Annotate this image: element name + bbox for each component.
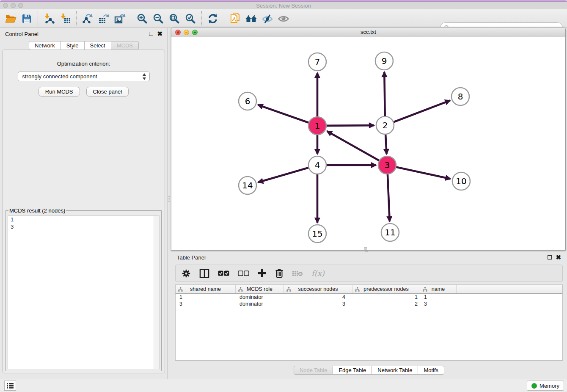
network-view-window: ✕ − + scc.txt 7968124314101511 <box>171 27 566 251</box>
graph-node-label-8: 8 <box>458 91 463 102</box>
tab-node-table[interactable]: Node Table <box>294 366 333 375</box>
tab-style[interactable]: Style <box>61 41 85 50</box>
node-table: shared nameMCDS rolesuccessor nodesprede… <box>175 284 563 361</box>
zoom-in-button[interactable] <box>134 11 150 27</box>
duplicate-network-button[interactable] <box>227 11 243 27</box>
zoom-out-button[interactable] <box>150 11 166 27</box>
zoom-out-icon <box>153 13 164 24</box>
float-panel-icon[interactable] <box>149 32 153 36</box>
graph-node-label-15: 15 <box>312 229 322 239</box>
status-bar: Memory <box>0 379 567 392</box>
titlebar: Session: New Session <box>0 2 567 9</box>
graph-node-label-7: 7 <box>315 57 320 67</box>
tab-edge-table[interactable]: Edge Table <box>333 366 372 375</box>
close-panel-button[interactable]: Close panel <box>86 87 129 97</box>
table-row[interactable]: 1dominator411 <box>176 294 562 301</box>
mcds-result-fieldset: MCDS result (2 nodes) 13 <box>6 207 162 371</box>
mcds-panel: Optimization criterion: strongly connect… <box>2 50 165 373</box>
column-header-shared-name[interactable]: shared name <box>176 285 236 293</box>
optimization-criterion-select[interactable]: strongly connected component <box>18 72 150 81</box>
tab-select[interactable]: Select <box>84 41 111 50</box>
network-canvas[interactable]: 7968124314101511 <box>171 37 565 250</box>
graph-edge-3-10[interactable] <box>387 165 451 179</box>
save-session-button[interactable] <box>19 11 35 27</box>
zoom-in-icon <box>137 13 148 24</box>
hide-columns-button[interactable] <box>238 271 249 276</box>
memory-label: Memory <box>539 383 559 389</box>
add-column-button[interactable] <box>258 269 267 278</box>
network-window-titlebar[interactable]: ✕ − + scc.txt <box>171 28 565 37</box>
save-icon <box>22 14 32 24</box>
toolbar-separator <box>131 11 131 26</box>
open-session-button[interactable] <box>3 11 19 27</box>
table-tabs: Node Table Edge Table Network Table Moti… <box>171 366 567 375</box>
tab-motifs[interactable]: Motifs <box>418 366 444 375</box>
import-network-button[interactable] <box>41 11 57 27</box>
graph-node-label-10: 10 <box>456 176 466 186</box>
table-cell[interactable]: 1 <box>352 294 420 301</box>
column-layout-icon <box>199 269 209 278</box>
graph-edge-2-8[interactable] <box>385 100 450 125</box>
network-graph[interactable]: 7968124314101511 <box>171 37 565 250</box>
result-scrollbar[interactable] <box>154 216 159 369</box>
export-table-icon <box>98 13 110 24</box>
table-cell[interactable]: 2 <box>352 301 420 307</box>
table-options-button[interactable] <box>182 269 191 278</box>
delete-column-button[interactable] <box>275 268 284 278</box>
mcds-result-body[interactable]: 13 <box>8 215 160 369</box>
run-mcds-button[interactable]: Run MCDS <box>39 87 80 97</box>
table-cell[interactable]: 4 <box>284 294 352 301</box>
canvas-scroll-nub[interactable] <box>364 247 367 250</box>
tab-mcds[interactable]: MCDS <box>111 41 139 50</box>
table-cell[interactable]: 3 <box>176 301 236 307</box>
table-cell[interactable]: 1 <box>420 294 457 301</box>
vertical-splitter-grip[interactable] <box>168 196 170 203</box>
close-table-panel-icon[interactable]: ✖ <box>556 255 561 259</box>
graph-edge-3-1[interactable] <box>327 131 387 165</box>
column-header-successor-nodes[interactable]: successor nodes <box>284 285 352 293</box>
graph-edge-1-6[interactable] <box>258 105 317 126</box>
hide-selected-button[interactable] <box>259 11 275 27</box>
column-header-MCDS-role[interactable]: MCDS role <box>236 285 284 293</box>
table-cell[interactable]: 1 <box>176 294 236 301</box>
table-row[interactable]: 3dominator323 <box>176 301 562 307</box>
function-builder-button[interactable]: f(x) <box>311 269 325 278</box>
zoom-selected-button[interactable] <box>182 11 198 27</box>
export-table-button[interactable] <box>96 11 112 27</box>
zoom-fit-button[interactable] <box>166 11 182 27</box>
memory-status-icon <box>531 383 537 389</box>
table-cell[interactable]: dominator <box>236 294 284 301</box>
table-cell[interactable]: 3 <box>420 301 457 307</box>
dropdown-selected-value: strongly connected component <box>22 73 97 80</box>
float-table-panel-icon[interactable] <box>548 255 552 259</box>
table-cell[interactable]: 3 <box>284 301 352 307</box>
memory-button[interactable]: Memory <box>527 381 564 391</box>
control-panel-title: Control Panel <box>5 31 39 37</box>
import-table-button[interactable] <box>57 11 73 27</box>
column-layout-button[interactable] <box>199 269 209 278</box>
zoom-selected-icon <box>185 13 196 24</box>
eye-icon <box>278 14 289 24</box>
main-toolbar <box>0 9 567 28</box>
home-layout-button[interactable] <box>243 11 259 27</box>
export-network-button[interactable] <box>80 11 96 27</box>
control-panel: Control Panel ✖ Network Style Select MCD… <box>0 28 168 379</box>
column-header-predecessor-nodes[interactable]: predecessor nodes <box>352 285 420 293</box>
delete-table-button[interactable] <box>292 270 303 277</box>
show-columns-button[interactable] <box>218 271 229 276</box>
zoom-fit-icon <box>169 13 180 24</box>
graph-node-label-14: 14 <box>242 180 253 190</box>
task-history-button[interactable] <box>4 381 16 391</box>
table-cell[interactable]: dominator <box>236 301 284 307</box>
tab-network-table[interactable]: Network Table <box>372 366 418 375</box>
export-image-button[interactable] <box>112 11 128 27</box>
graph-node-label-6: 6 <box>245 96 250 106</box>
column-header-name[interactable]: name <box>420 285 457 293</box>
close-panel-icon[interactable]: ✖ <box>157 32 162 36</box>
tab-network[interactable]: Network <box>29 41 61 50</box>
mcds-result-title: MCDS result (2 nodes) <box>8 207 66 214</box>
show-all-button[interactable] <box>275 11 292 27</box>
refresh-button[interactable] <box>205 11 221 27</box>
export-network-icon <box>82 13 94 24</box>
application-window: Session: New Session <box>0 0 567 392</box>
